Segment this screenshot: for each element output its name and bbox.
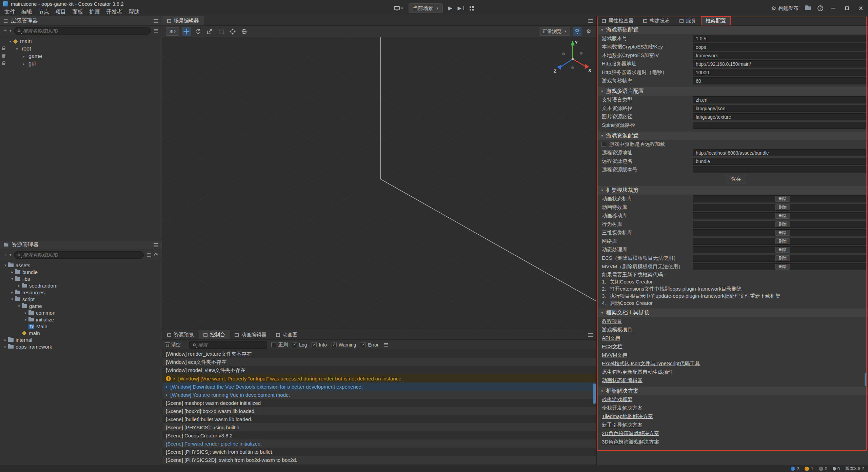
expand-arrow-icon[interactable]: ▸ (9, 290, 15, 295)
regex-toggle[interactable]: 正则 (271, 342, 288, 348)
console-tab[interactable]: 控制台 (199, 330, 230, 339)
tree-row[interactable]: ▾libs (0, 275, 162, 282)
console-filter[interactable]: Log (292, 342, 307, 348)
log-row[interactable]: [Window] render_texture文件夹不存在 (162, 350, 596, 358)
delete-button[interactable]: 删除 (775, 264, 790, 270)
tree-row[interactable]: ▸bundle (0, 269, 162, 275)
delete-button[interactable]: 删除 (775, 221, 790, 227)
doc-link[interactable]: ECS文档 (602, 343, 623, 350)
tree-row[interactable]: TSMain (0, 323, 162, 330)
tree-row[interactable]: ▸internal (0, 336, 162, 343)
field-input[interactable] (693, 158, 866, 165)
expand-arrow-icon[interactable]: ▸ (23, 311, 28, 315)
expand-arrow-icon[interactable]: ▾ (3, 263, 8, 268)
filter-icon[interactable] (154, 31, 158, 31)
minimize-button[interactable] (830, 5, 837, 12)
view-mode-select[interactable]: 正常浏览 ▾ (539, 27, 570, 36)
tree-row[interactable]: ▾main (0, 38, 162, 45)
expand-arrow-icon[interactable]: ▾ (7, 39, 13, 44)
delete-button[interactable]: 删除 (775, 213, 790, 219)
scale-tool-icon[interactable] (205, 27, 214, 36)
doc-link[interactable]: Excel格式转Json文件与TypeScript代码工具 (602, 360, 700, 367)
section-header[interactable]: ▾框架解决方案 (597, 387, 868, 395)
field-input[interactable] (693, 52, 866, 59)
log-row[interactable]: !▸[Window] [Vue warn]: Property "onInput… (162, 374, 596, 382)
axis-gizmo[interactable]: Y X Z (552, 39, 593, 80)
chevron-down-icon[interactable]: ▾ (9, 253, 12, 257)
expand-arrow-icon[interactable]: ▸ (21, 62, 26, 66)
expand-arrow-icon[interactable]: ▸ (3, 338, 8, 342)
solution-link[interactable]: 3D角色扮演游戏解决方案 (602, 439, 659, 445)
log-row[interactable]: [Scene] [PHYSICS]: using builtin. (162, 423, 596, 431)
console-scrollbar[interactable] (593, 383, 596, 404)
log-row[interactable]: [Scene] [bullet]:bullet wasm lib loaded. (162, 415, 596, 423)
tree-row[interactable]: ▸initialize (0, 316, 162, 323)
panel-menu-icon[interactable] (154, 245, 158, 245)
expand-arrow-icon[interactable]: ▸ (23, 317, 28, 322)
expand-arrow-icon[interactable]: ▾ (14, 47, 20, 51)
x-axis-icon[interactable] (573, 59, 586, 66)
tree-row[interactable]: ▸seedrandom (0, 282, 162, 289)
expand-arrow-icon[interactable]: ▸ (16, 283, 22, 288)
tree-row[interactable]: ▸resources (0, 289, 162, 296)
console-search[interactable] (189, 341, 267, 349)
console-filter[interactable]: Error (361, 342, 378, 348)
assets-search[interactable] (14, 251, 144, 259)
console-tab[interactable]: 动画编辑器 (230, 330, 271, 339)
neg-y-axis-icon[interactable] (572, 67, 574, 69)
section-header[interactable]: ▾游戏基础配置 (597, 26, 868, 34)
console-filter[interactable]: Warning (332, 342, 356, 348)
inspector-tab[interactable]: 属性检查器 (597, 16, 638, 25)
assets-search-input[interactable] (23, 252, 140, 258)
menu-item[interactable]: 扩展 (86, 8, 103, 16)
section-header[interactable]: ▾框架文档工具链接 (597, 309, 868, 317)
inspector-scrollbar[interactable] (865, 373, 867, 386)
log-row[interactable]: [Window] model_view文件夹不存在 (162, 366, 596, 374)
play-button[interactable]: ▶ (448, 5, 452, 11)
refresh-icon[interactable]: ⟳ (154, 252, 158, 258)
step-button[interactable]: ▶ (458, 5, 465, 11)
tree-row[interactable]: ▸game (0, 53, 162, 60)
field-input[interactable] (693, 35, 866, 42)
doc-link[interactable]: MVVM文档 (602, 352, 627, 358)
collapse-logs-icon[interactable] (384, 345, 388, 345)
console-search-input[interactable] (198, 342, 263, 348)
world-local-toggle-icon[interactable] (240, 27, 249, 36)
expand-arrow-icon[interactable]: ▸ (3, 345, 8, 349)
log-row[interactable]: [Scene] meshopt wasm decoder initialized (162, 399, 596, 407)
expand-arrow-icon[interactable]: ▸ (174, 376, 176, 381)
filter-icon[interactable] (147, 255, 151, 255)
log-row[interactable]: [Scene] [PHYSICS2D]: switch from box2d-w… (162, 456, 596, 464)
field-input[interactable] (693, 105, 866, 112)
console-tab[interactable]: 动画图 (271, 330, 302, 339)
checkbox-icon[interactable] (361, 342, 366, 347)
field-input[interactable] (693, 96, 866, 103)
error-count[interactable]: × 0 (819, 466, 827, 471)
rect-tool-icon[interactable] (217, 27, 225, 36)
console-tab[interactable]: 资源预览 (162, 330, 199, 339)
log-row[interactable]: ▸[Window] Download the Vue Devtools exte… (162, 382, 596, 391)
section-header[interactable]: ▾游戏多语言配置 (597, 87, 868, 96)
solution-link[interactable]: Tiledmap地图解决方案 (602, 413, 653, 420)
log-row[interactable]: ▸[Window] You are running Vue in develop… (162, 391, 596, 399)
delete-button[interactable]: 删除 (775, 238, 790, 244)
console-filter[interactable]: Info (312, 342, 327, 348)
expand-arrow-icon[interactable]: ▸ (21, 54, 26, 59)
panel-menu-icon[interactable] (588, 335, 593, 335)
add-asset-button[interactable]: + (3, 252, 7, 258)
section-header[interactable]: ▾游戏资源配置 (597, 132, 868, 140)
checkbox-icon[interactable] (332, 342, 337, 347)
warning-count[interactable]: ! 1 (805, 466, 813, 471)
expand-arrow-icon[interactable]: ▾ (9, 297, 15, 301)
field-input[interactable] (693, 60, 866, 67)
checkbox-icon[interactable] (292, 342, 297, 347)
lighting-toggle[interactable] (573, 27, 581, 36)
log-count[interactable]: i 3 (791, 466, 799, 471)
tree-row[interactable]: ▾game (0, 302, 162, 309)
solution-link[interactable]: 全栈开发解决方案 (602, 405, 643, 411)
layout-grid-button[interactable] (470, 6, 474, 11)
tree-row[interactable]: ▸oops-framework (0, 343, 162, 350)
neg-z-axis-icon[interactable] (580, 52, 583, 55)
panel-menu-icon[interactable] (588, 21, 593, 21)
current-scene-select[interactable]: 当前场景 ▾ (408, 3, 443, 13)
